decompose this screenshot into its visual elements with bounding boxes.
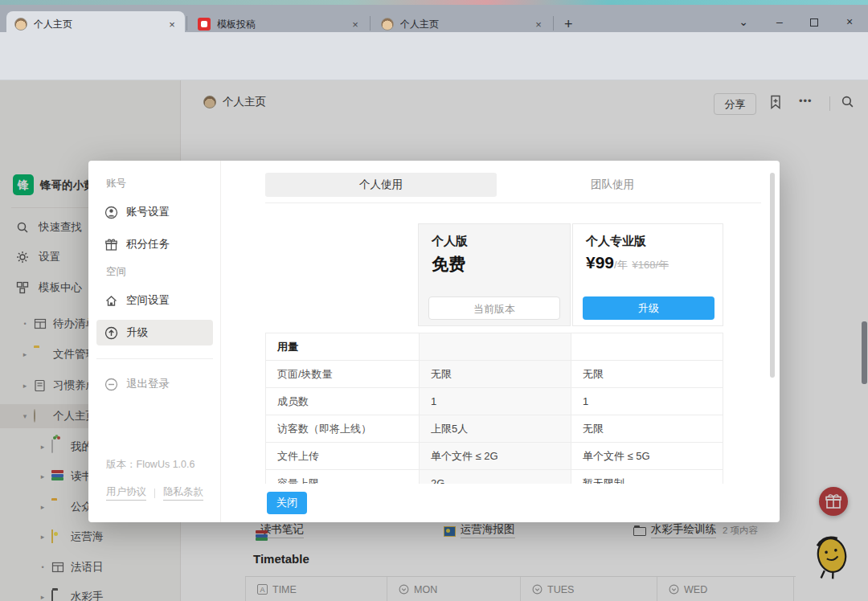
pro-value-cell: 1 [571, 388, 723, 415]
menu-item-logout[interactable]: 退出登录 [96, 371, 213, 397]
tab-search-chevron-icon[interactable]: ⌄ [731, 11, 755, 32]
plan-price: ¥99/年 ¥168/年 [586, 253, 669, 272]
person-circle-icon [104, 206, 118, 219]
table-row: 页面/块数量 无限 无限 [266, 361, 723, 388]
pro-value-cell: 无限 [571, 415, 723, 443]
browser-toolbar: ← → ↻ flowus.cn/bc67c036-42f1-4970-acf6-… [0, 32, 868, 58]
menu-item-account-settings[interactable]: 账号设置 [96, 199, 213, 225]
browser-window: 个人主页 × 模板投稿 × 个人主页 × + ⌄ – × ← → ↻ flowu… [0, 0, 868, 601]
table-row-section: 用量 [266, 333, 723, 361]
menu-item-label: 升级 [126, 325, 148, 340]
tab-separator [186, 16, 187, 31]
modal-scrollbar-thumb[interactable] [770, 173, 775, 378]
menu-item-points-tasks[interactable]: 积分任务 [96, 231, 213, 257]
menu-item-space-settings[interactable]: 空间设置 [96, 288, 213, 313]
plans-scroll-area: 个人版 免费 当前版本 个人专业版 ¥99/年 ¥168/年 升级 用量 [221, 203, 768, 484]
upgrade-panel: 个人使用 团队使用 个人版 免费 当前版本 个人专业版 ¥99/年 ¥168/年… [221, 161, 780, 522]
terms-link[interactable]: 用户协议 [106, 485, 146, 501]
tab-title: 个人主页 [400, 18, 532, 31]
feature-cell: 容量上限 [266, 470, 420, 484]
privacy-link[interactable]: 隐私条款 [163, 485, 203, 501]
tab-favicon-avatar [381, 18, 394, 31]
feature-cell: 成员数 [266, 388, 420, 415]
settings-menu-panel: 账号 账号设置 积分任务 空间 空间设置 升级 退出登录 [88, 161, 221, 522]
tab-title: 模板投稿 [217, 18, 349, 31]
menu-item-upgrade[interactable]: 升级 [96, 320, 213, 345]
current-plan-button[interactable]: 当前版本 [428, 296, 560, 320]
new-tab-button[interactable]: + [564, 16, 573, 33]
tab-favicon-red-doc [198, 18, 211, 31]
plan-name: 个人版 [432, 234, 468, 249]
tab-favicon-avatar [14, 18, 27, 31]
bookmarks-bar: 小羿 - XIAOYI.VC 下1个好软件 微信公众平台 LSP福利 阅读清单 [0, 58, 868, 80]
feature-cell: 页面/块数量 [266, 361, 420, 388]
table-row: 成员数 1 1 [266, 388, 723, 415]
upgrade-button[interactable]: 升级 [583, 296, 714, 320]
pro-value-cell: 暂无限制 [571, 470, 723, 484]
tab-title: 个人主页 [34, 18, 166, 31]
free-value-cell: 单个文件 ≤ 2G [420, 443, 571, 470]
legal-links: 用户协议 隐私条款 [106, 485, 203, 501]
minimize-button[interactable]: – [768, 11, 792, 32]
plan-card-pro: 个人专业版 ¥99/年 ¥168/年 升级 [572, 223, 723, 326]
gift-icon [104, 238, 118, 251]
plan-name: 个人专业版 [586, 234, 646, 249]
pro-value-cell: 无限 [571, 361, 723, 388]
plan-card-free: 个人版 免费 当前版本 [418, 223, 571, 326]
free-value-cell: 2G [420, 470, 571, 484]
menu-divider [96, 358, 213, 359]
menu-section-account: 账号 [106, 177, 126, 190]
tab-team-use[interactable]: 团队使用 [497, 173, 728, 197]
tab-separator [370, 16, 371, 31]
free-value-cell: 上限5人 [420, 415, 571, 443]
free-value-cell: 1 [420, 388, 571, 415]
menu-item-label: 空间设置 [126, 293, 170, 308]
plan-price: 免费 [432, 253, 465, 276]
tab-close-icon[interactable]: × [532, 18, 545, 31]
tab-strip: 个人主页 × 模板投稿 × 个人主页 × + ⌄ – × [0, 5, 868, 32]
price-original: ¥168/年 [633, 259, 669, 271]
empty-cell [571, 333, 723, 361]
tab-close-icon[interactable]: × [349, 18, 362, 31]
maximize-button[interactable] [810, 18, 818, 27]
price-unit: /年 [614, 259, 628, 271]
app-version: 版本：FlowUs 1.0.6 [106, 458, 194, 472]
tab-close-icon[interactable]: × [166, 18, 178, 31]
table-row-clipped: 容量上限 2G 暂无限制 [266, 470, 723, 484]
tab-separator [553, 16, 554, 31]
close-window-button[interactable]: × [837, 11, 862, 32]
home-icon [104, 294, 118, 308]
free-value-cell: 无限 [420, 361, 571, 388]
menu-item-label: 退出登录 [126, 377, 170, 391]
feature-comparison-table: 用量 页面/块数量 无限 无限 成员数 1 1 [265, 333, 723, 484]
menu-item-label: 积分任务 [126, 237, 170, 251]
links-divider [154, 489, 155, 498]
settings-modal: 账号 账号设置 积分任务 空间 空间设置 升级 退出登录 [88, 161, 780, 522]
pro-value-cell: 单个文件 ≤ 5G [571, 443, 723, 470]
feature-cell: 访客数（即将上线） [266, 415, 420, 443]
minus-circle-icon [104, 378, 118, 391]
feature-cell: 文件上传 [266, 443, 420, 470]
section-cell: 用量 [266, 333, 420, 361]
menu-section-space: 空间 [106, 265, 126, 279]
menu-item-label: 账号设置 [126, 205, 170, 219]
table-row: 文件上传 单个文件 ≤ 2G 单个文件 ≤ 5G [266, 443, 723, 470]
upgrade-arrow-icon [104, 326, 118, 340]
empty-cell [420, 333, 571, 361]
tab-personal-use[interactable]: 个人使用 [265, 173, 497, 197]
close-modal-button[interactable]: 关闭 [267, 492, 307, 514]
table-row: 访客数（即将上线） 上限5人 无限 [266, 415, 723, 443]
price-current: ¥99 [586, 253, 614, 272]
